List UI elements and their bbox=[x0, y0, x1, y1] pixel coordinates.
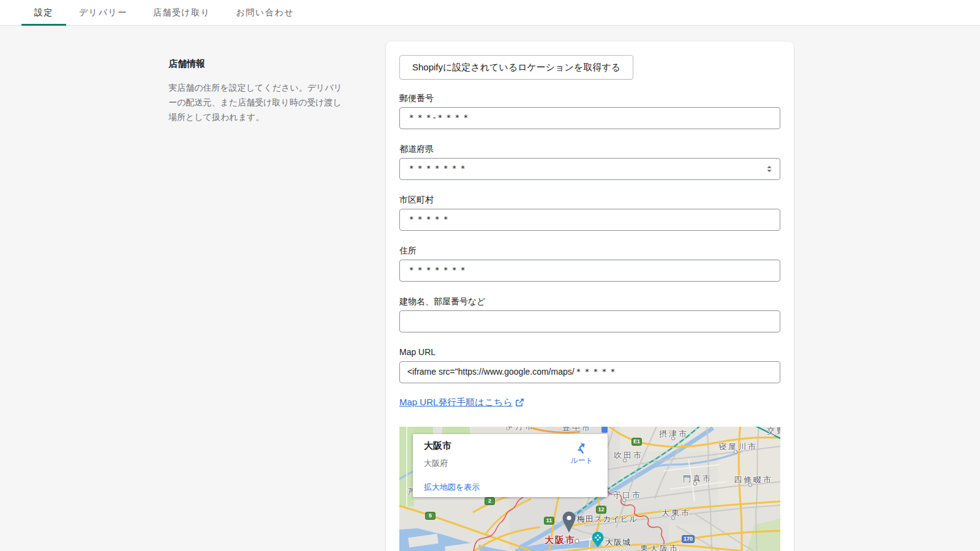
route-shield-170: 170 bbox=[682, 535, 695, 543]
building-input[interactable] bbox=[399, 310, 780, 332]
city-field: 市区町村 bbox=[399, 193, 780, 231]
map-label-daito: 大東市 bbox=[662, 509, 691, 517]
tab-delivery-label: デリバリー bbox=[79, 7, 127, 17]
address-field: 住所 bbox=[399, 244, 780, 282]
store-info-card: Shopifyに設定されているロケーションを取得する 郵便番号 都道府県 市区町… bbox=[386, 42, 794, 551]
map-label-moriguchi: 守口市 bbox=[612, 491, 642, 499]
directions-icon bbox=[575, 440, 589, 454]
section-title: 店舗情報 bbox=[168, 58, 355, 70]
route-shield-2: 2 bbox=[484, 497, 495, 505]
map-route-label: ルート bbox=[570, 455, 593, 466]
building-field: 建物名、部屋番号など bbox=[399, 295, 780, 332]
map-label-higashiosaka: 東大阪市 bbox=[640, 544, 679, 551]
route-shield-5: 5 bbox=[425, 512, 435, 520]
map-route-button[interactable]: ルート bbox=[570, 440, 593, 466]
route-shield-e1: E1 bbox=[631, 438, 642, 446]
address-input[interactable] bbox=[399, 260, 780, 282]
postal-code-field: 郵便番号 bbox=[399, 92, 780, 129]
tab-delivery[interactable]: デリバリー bbox=[66, 0, 140, 25]
address-label: 住所 bbox=[399, 244, 780, 257]
map-label-settsu: 摂津市 bbox=[659, 430, 688, 438]
prefecture-select[interactable] bbox=[399, 158, 780, 180]
map-label-shijonawate: 四條畷市 bbox=[734, 476, 773, 484]
tab-pickup[interactable]: 店舗受け取り bbox=[140, 0, 224, 25]
map-label-umeda-sky-building: 梅田スカイビル bbox=[577, 515, 638, 523]
prefecture-field: 都道府県 bbox=[399, 143, 780, 180]
postal-code-input[interactable] bbox=[399, 107, 780, 129]
map-label-osaka-city: 大阪市 bbox=[545, 535, 576, 544]
map-label-suita: 吹田市 bbox=[614, 451, 643, 459]
city-label: 市区町村 bbox=[399, 193, 780, 206]
section-description: 実店舗の住所を設定してください。デリバリーの配送元、また店舗受け取り時の受け渡し… bbox=[168, 80, 346, 124]
map-url-label: Map URL bbox=[399, 346, 780, 358]
tab-contact-label: お問い合わせ bbox=[236, 7, 293, 17]
map-label-neyagawa: 寝屋川市 bbox=[718, 443, 758, 451]
map-guide-link-row: Map URL発行手順はこちら bbox=[399, 397, 780, 408]
map-info-card: 大阪市 大阪府 拡大地図を表示 ルート bbox=[413, 434, 608, 497]
map-label-itami: 伊丹市 bbox=[505, 427, 535, 430]
google-map-embed[interactable]: 伊丹市 豊中市 交野 摂津市 寝屋川市 吹田市 門真市 四條畷市 守口市 大東市… bbox=[399, 427, 780, 551]
map-label-kadoma: 門真市 bbox=[683, 474, 712, 482]
prefecture-label: 都道府県 bbox=[399, 143, 780, 155]
external-link-icon bbox=[516, 399, 524, 407]
tab-settings-label: 設定 bbox=[34, 7, 53, 17]
route-shield-12: 12 bbox=[596, 506, 606, 514]
postal-code-label: 郵便番号 bbox=[399, 92, 780, 104]
city-input[interactable] bbox=[399, 209, 780, 231]
map-url-field: Map URL bbox=[399, 346, 780, 383]
building-label: 建物名、部屋番号など bbox=[399, 295, 780, 307]
map-label-osaka-castle: 大阪城 bbox=[605, 538, 631, 546]
map-url-input[interactable] bbox=[399, 361, 780, 383]
section-annotation: 店舗情報 実店舗の住所を設定してください。デリバリーの配送元、また店舗受け取り時… bbox=[168, 42, 355, 124]
main-content: 店舗情報 実店舗の住所を設定してください。デリバリーの配送元、また店舗受け取り時… bbox=[168, 26, 980, 551]
map-guide-link[interactable]: Map URL発行手順はこちら bbox=[399, 397, 524, 408]
map-label-toyonaka: 豊中市 bbox=[562, 427, 592, 432]
settings-page: 設定 デリバリー 店舗受け取り お問い合わせ 店舗情報 実店舗の住所を設定してく… bbox=[0, 0, 980, 551]
map-label-katano: 交野 bbox=[767, 427, 780, 435]
fetch-location-button[interactable]: Shopifyに設定されているロケーションを取得する bbox=[399, 55, 633, 80]
tab-pickup-label: 店舗受け取り bbox=[153, 7, 211, 17]
map-guide-link-label: Map URL発行手順はこちら bbox=[399, 397, 513, 408]
tab-bar: 設定 デリバリー 店舗受け取り お問い合わせ bbox=[0, 0, 980, 26]
route-shield-11: 11 bbox=[544, 517, 554, 525]
tab-settings[interactable]: 設定 bbox=[21, 0, 66, 25]
tab-contact[interactable]: お問い合わせ bbox=[223, 0, 306, 25]
map-zoom-link[interactable]: 拡大地図を表示 bbox=[424, 482, 480, 492]
